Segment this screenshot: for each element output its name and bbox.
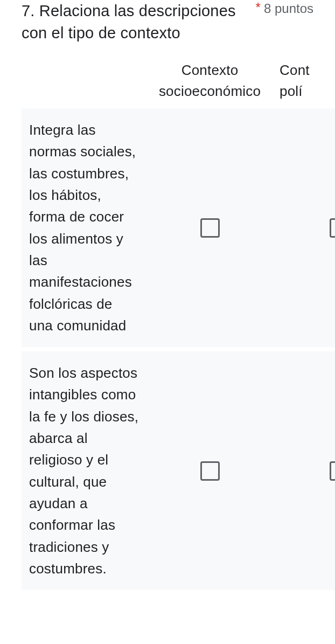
grid-cell-partial (273, 461, 335, 481)
row-label: Son los aspectos intangibles como la fe … (22, 351, 146, 590)
question-title: 7. Relaciona las descripciones con el ti… (22, 0, 256, 44)
grid-cell (146, 218, 273, 238)
column-header-socioeconomico: Contexto socioeconómico (146, 60, 273, 102)
grid-row: Son los aspectos intangibles como la fe … (22, 351, 335, 590)
row-label: Integra las normas sociales, las costumb… (22, 108, 146, 347)
checkbox-row2-col1[interactable] (200, 461, 220, 481)
grid-container: Contexto socioeconómico Cont polí Integr… (0, 60, 335, 590)
grid-row: Integra las normas sociales, las costumb… (22, 108, 335, 347)
grid-cell (146, 461, 273, 481)
points-wrap: * 8 puntos (256, 0, 313, 17)
question-header: 7. Relaciona las descripciones con el ti… (0, 0, 335, 60)
points-text: 8 puntos (264, 1, 313, 17)
grid-cell-partial (273, 218, 335, 238)
required-indicator: * (256, 1, 261, 14)
column-header-politico-partial: Cont polí (273, 60, 335, 102)
header-spacer (22, 60, 146, 102)
checkbox-row1-col1[interactable] (200, 218, 220, 238)
checkbox-row2-col2-partial[interactable] (330, 461, 335, 481)
grid-column-headers: Contexto socioeconómico Cont polí (22, 60, 335, 108)
checkbox-row1-col2-partial[interactable] (330, 218, 335, 238)
